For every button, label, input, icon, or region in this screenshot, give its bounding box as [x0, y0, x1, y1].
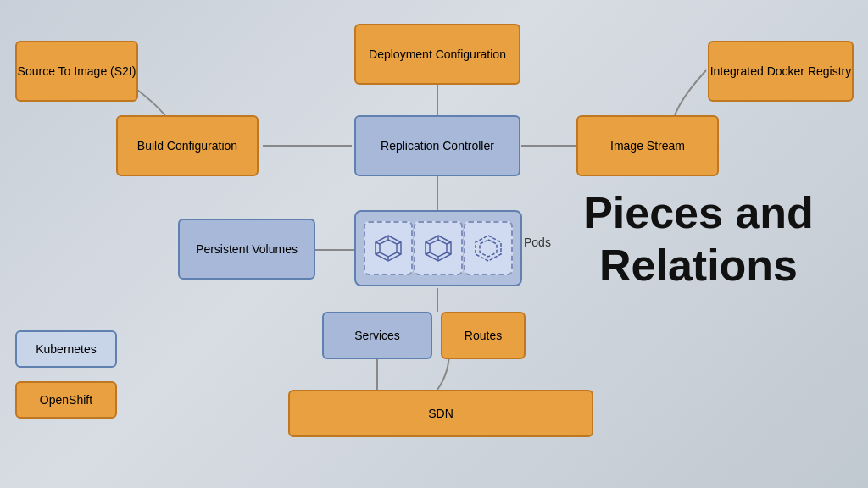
svg-marker-1 — [380, 240, 397, 257]
image-stream-label: Image Stream — [610, 138, 685, 153]
routes-label: Routes — [465, 328, 502, 343]
persistent-volumes-box: Persistent Volumes — [178, 219, 315, 280]
source-to-image-label: Source To Image (S2I) — [18, 64, 136, 79]
integrated-docker-registry-box: Integrated Docker Registry — [708, 41, 854, 102]
sdn-box: SDN — [288, 390, 593, 437]
pod-3 — [464, 221, 513, 275]
services-label: Services — [354, 328, 400, 343]
integrated-docker-registry-label: Integrated Docker Registry — [710, 64, 852, 79]
svg-marker-17 — [480, 240, 497, 257]
source-to-image-box: Source To Image (S2I) — [15, 41, 138, 102]
image-stream-box: Image Stream — [576, 115, 719, 176]
kubernetes-box: Kubernetes — [15, 330, 117, 368]
pods-label: Pods — [524, 236, 551, 249]
build-configuration-box: Build Configuration — [116, 115, 259, 176]
openshift-label: OpenShift — [40, 392, 92, 408]
routes-box: Routes — [441, 312, 526, 359]
deployment-configuration-label: Deployment Configuration — [369, 47, 506, 62]
openshift-box: OpenShift — [15, 381, 117, 419]
pod-2 — [414, 221, 463, 275]
build-configuration-label: Build Configuration — [137, 138, 237, 153]
pods-container — [354, 210, 522, 286]
pod-1 — [364, 221, 413, 275]
sdn-label: SDN — [428, 406, 453, 421]
replication-controller-label: Replication Controller — [381, 138, 494, 153]
main-title: Pieces and Relations — [554, 186, 843, 292]
persistent-volumes-label: Persistent Volumes — [196, 241, 298, 257]
svg-marker-9 — [430, 240, 447, 257]
replication-controller-box: Replication Controller — [354, 115, 520, 176]
kubernetes-label: Kubernetes — [36, 342, 97, 356]
services-box: Services — [322, 312, 432, 359]
deployment-configuration-box: Deployment Configuration — [354, 24, 520, 85]
